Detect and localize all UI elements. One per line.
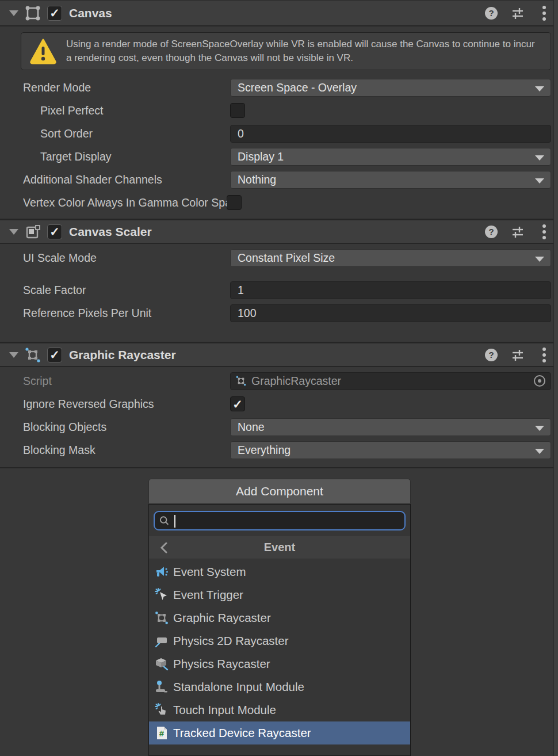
render-mode-dropdown[interactable]: Screen Space - Overlay (230, 79, 551, 97)
blocking-objects-label: Blocking Objects (23, 421, 230, 434)
event-system-icon (154, 564, 170, 580)
blocking-objects-row: Blocking Objects None (0, 415, 558, 438)
canvas-enabled-checkbox[interactable]: ✓ (47, 6, 62, 21)
physics-2d-raycaster-icon (154, 633, 170, 649)
menu-item-touch-input-module[interactable]: Touch Input Module (149, 698, 410, 721)
presets-icon[interactable] (511, 6, 525, 20)
component-title: Canvas Scaler (69, 225, 152, 239)
render-mode-label: Render Mode (23, 81, 230, 94)
vr-render-warning: Using a render mode of ScreenSpaceOverla… (21, 32, 551, 70)
pixel-perfect-row: Pixel Perfect ✓ (0, 99, 558, 122)
ui-scale-mode-dropdown[interactable]: Constant Pixel Size (230, 249, 551, 267)
component-header-canvas: ✓ Canvas ? (0, 0, 558, 26)
warning-icon (29, 38, 57, 64)
reference-pixels-row: Reference Pixels Per Unit 100 (0, 301, 558, 324)
physics-raycaster-icon (154, 656, 170, 672)
tracked-device-raycaster-icon: # (154, 725, 170, 741)
vertex-color-gamma-checkbox[interactable]: ✓ (227, 195, 242, 210)
additional-shader-channels-label: Additional Shader Channels (23, 173, 230, 186)
svg-text:?: ? (488, 227, 494, 236)
help-icon[interactable]: ? (484, 6, 498, 20)
foldout-arrow-icon[interactable] (9, 10, 18, 16)
presets-icon[interactable] (511, 348, 525, 362)
scrollbar-track[interactable] (553, 0, 558, 756)
chevron-down-icon (535, 86, 544, 91)
component-search-input[interactable] (169, 514, 400, 527)
kebab-menu-icon[interactable] (537, 225, 551, 239)
canvas-scaler-properties: UI Scale Mode Constant Pixel Size Scale … (0, 244, 558, 342)
script-row: Script GraphicRaycaster (0, 369, 558, 392)
foldout-arrow-icon[interactable] (9, 229, 18, 235)
help-icon[interactable]: ? (484, 225, 498, 239)
ignore-reversed-graphics-row: Ignore Reversed Graphics ✓ (0, 392, 558, 415)
scale-factor-row: Scale Factor 1 (0, 278, 558, 301)
vertex-color-gamma-row: Vertex Color Always In Gamma Color Space… (0, 191, 558, 214)
reference-pixels-input[interactable]: 100 (230, 304, 551, 322)
target-display-row: Target Display Display 1 (0, 145, 558, 168)
blocking-mask-row: Blocking Mask Everything (0, 438, 558, 461)
menu-item-event-trigger[interactable]: Event Trigger (149, 583, 410, 606)
graphic-raycaster-icon (235, 375, 247, 387)
sort-order-label: Sort Order (23, 127, 230, 140)
menu-item-physics-raycaster[interactable]: Physics Raycaster (149, 652, 410, 675)
menu-item-event-system[interactable]: Event System (149, 560, 410, 583)
ignore-reversed-graphics-checkbox[interactable]: ✓ (230, 396, 245, 411)
svg-text:?: ? (488, 8, 494, 18)
menu-item-graphic-raycaster[interactable]: Graphic Raycaster (149, 606, 410, 629)
pixel-perfect-label: Pixel Perfect (23, 104, 230, 117)
scale-factor-input[interactable]: 1 (230, 281, 551, 299)
target-display-label: Target Display (23, 150, 230, 163)
back-chevron-icon[interactable] (157, 541, 171, 555)
canvas-icon (24, 5, 41, 22)
sort-order-input[interactable]: 0 (230, 125, 551, 143)
menu-item-physics-2d-raycaster[interactable]: Physics 2D Raycaster (149, 629, 410, 652)
component-menu-list: Event System Event Trigger (149, 559, 410, 744)
graphic-raycaster-enabled-checkbox[interactable]: ✓ (47, 348, 62, 362)
event-trigger-icon (154, 587, 170, 603)
object-picker-icon[interactable] (533, 375, 546, 387)
ui-scale-mode-row: UI Scale Mode Constant Pixel Size (0, 246, 558, 269)
script-object-field[interactable]: GraphicRaycaster (230, 372, 551, 390)
kebab-menu-icon[interactable] (537, 6, 551, 20)
reference-pixels-label: Reference Pixels Per Unit (23, 307, 230, 320)
chevron-down-icon (535, 426, 544, 431)
scale-factor-label: Scale Factor (23, 284, 230, 297)
ui-scale-mode-label: UI Scale Mode (23, 251, 230, 265)
canvas-properties: Render Mode Screen Space - Overlay Pixel… (0, 74, 558, 219)
menu-item-tracked-device-raycaster[interactable]: # Tracked Device Raycaster (149, 721, 410, 744)
blocking-mask-dropdown[interactable]: Everything (230, 441, 551, 459)
canvas-scaler-enabled-checkbox[interactable]: ✓ (47, 224, 62, 239)
search-icon (159, 516, 169, 526)
add-component-popup: Event Event System (148, 504, 411, 756)
blocking-objects-dropdown[interactable]: None (230, 418, 551, 436)
canvas-scaler-icon (24, 223, 41, 240)
svg-text:?: ? (488, 350, 494, 360)
graphic-raycaster-icon (24, 346, 41, 364)
menu-item-standalone-input-module[interactable]: Standalone Input Module (149, 675, 410, 698)
kebab-menu-icon[interactable] (537, 348, 551, 362)
component-search-box[interactable] (154, 511, 406, 530)
category-header-event[interactable]: Event (149, 536, 410, 559)
add-component-button[interactable]: Add Component (148, 479, 411, 504)
additional-shader-channels-dropdown[interactable]: Nothing (230, 171, 551, 189)
additional-shader-channels-row: Additional Shader Channels Nothing (0, 168, 558, 191)
chevron-down-icon (535, 155, 544, 161)
foldout-arrow-icon[interactable] (9, 352, 18, 358)
target-display-dropdown[interactable]: Display 1 (230, 148, 551, 166)
blocking-mask-label: Blocking Mask (23, 444, 230, 457)
presets-icon[interactable] (511, 225, 525, 239)
render-mode-row: Render Mode Screen Space - Overlay (0, 76, 558, 99)
component-header-graphic-raycaster: ✓ Graphic Raycaster ? (0, 343, 558, 367)
chevron-down-icon (535, 257, 544, 262)
vertex-color-gamma-label: Vertex Color Always In Gamma Color Space (23, 196, 230, 209)
chevron-down-icon (535, 178, 544, 184)
chevron-down-icon (535, 449, 544, 454)
component-title: Graphic Raycaster (69, 348, 176, 362)
component-title: Canvas (69, 6, 112, 20)
graphic-raycaster-properties: Script GraphicRaycaster (0, 367, 558, 466)
warning-text: Using a render mode of ScreenSpaceOverla… (66, 37, 542, 65)
standalone-input-module-icon (154, 679, 170, 695)
help-icon[interactable]: ? (484, 348, 498, 362)
pixel-perfect-checkbox[interactable]: ✓ (230, 103, 245, 118)
category-title: Event (264, 541, 295, 554)
